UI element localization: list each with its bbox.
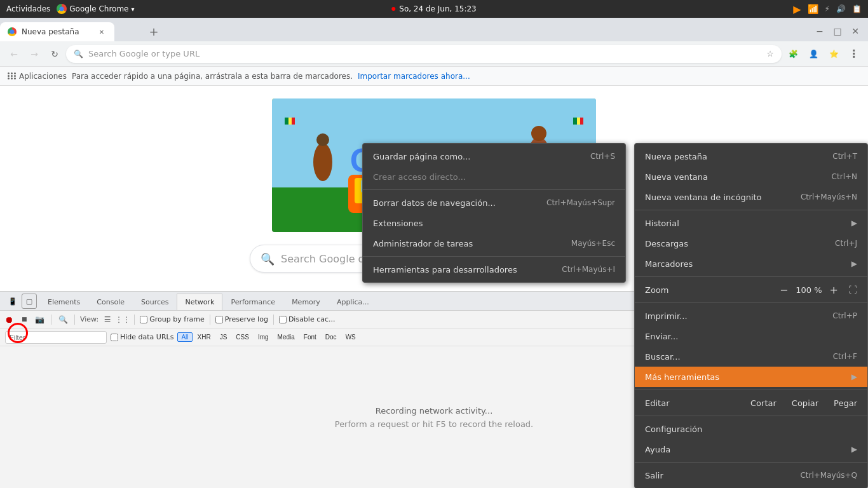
separator-3 — [134, 315, 135, 325]
menu-incognito[interactable]: Nueva ventana de incógnito Ctrl+Mayús+N — [635, 187, 867, 207]
menu-send[interactable]: Enviar... — [635, 326, 867, 346]
main-content: GOOGLE 🔍 Search Google or type URL 📱 ▢ E… — [0, 86, 868, 488]
menu-settings[interactable]: Configuración — [635, 419, 867, 439]
maximize-button[interactable]: □ — [830, 24, 845, 39]
disable-cache-label: Disable cac... — [288, 315, 336, 323]
svg-rect-23 — [577, 118, 580, 125]
filter-media-button[interactable]: Media — [274, 332, 299, 342]
hide-data-urls-checkbox[interactable]: Hide data URLs — [111, 333, 173, 341]
filter-css-button[interactable]: CSS — [232, 332, 253, 342]
menu-devtools-label: Herramientas para desarrolladores — [373, 265, 517, 274]
menu-print[interactable]: Imprimir... Ctrl+P — [635, 306, 867, 326]
menu-zoom-label: Zoom — [645, 285, 668, 295]
menu-task-manager[interactable]: Administrador de tareas Mayús+Esc — [363, 233, 625, 254]
menu-quit-label: Salir — [645, 471, 663, 480]
menu-extensions[interactable]: Extensiones — [363, 213, 625, 233]
active-tab[interactable]: Nueva pestaña ✕ — [0, 22, 114, 41]
menu-more-tools[interactable]: Más herramientas ▶ — [635, 367, 867, 387]
user-profile-button[interactable]: 👤 — [804, 45, 822, 63]
copy-button[interactable]: Copiar — [792, 398, 818, 408]
menu-history[interactable]: Historial ▶ — [635, 213, 867, 233]
filter-xhr-button[interactable]: XHR — [194, 332, 215, 342]
menu-help[interactable]: Ayuda ▶ — [635, 439, 867, 459]
menu-incognito-label: Nueva ventana de incógnito — [645, 193, 762, 202]
menu-downloads[interactable]: Descargas Ctrl+J — [635, 233, 867, 254]
tab-console[interactable]: Console — [88, 294, 133, 310]
view-waterfall-icon[interactable]: ⋮⋮ — [116, 313, 129, 326]
filter-js-button[interactable]: JS — [216, 332, 231, 342]
activities-button[interactable]: Actividades — [6, 4, 50, 13]
import-bookmarks-link[interactable]: Importar marcadores ahora... — [358, 72, 470, 81]
menu-save-page-label: Guardar página como... — [373, 152, 470, 161]
paste-button[interactable]: Pegar — [834, 398, 857, 408]
filter-input[interactable] — [5, 331, 107, 344]
menu-clear-data[interactable]: Borrar datos de navegación... Ctrl+Mayús… — [363, 193, 625, 213]
filter-all-button[interactable]: All — [177, 332, 192, 342]
menu-save-page[interactable]: Guardar página como... Ctrl+S — [363, 146, 625, 166]
menu-downloads-shortcut: Ctrl+J — [835, 239, 857, 248]
filter-doc-button[interactable]: Doc — [322, 332, 341, 342]
tab-network[interactable]: Network — [177, 294, 222, 310]
device-toggle-icon[interactable]: 📱 — [5, 294, 20, 309]
menu-quit[interactable]: Salir Ctrl+Mayús+Q — [635, 465, 867, 485]
minimize-button[interactable]: − — [812, 24, 827, 39]
menu-button[interactable]: ⋮ — [845, 45, 863, 63]
menu-print-label: Imprimir... — [645, 311, 688, 321]
hide-data-urls-input[interactable] — [111, 334, 118, 341]
group-by-frame-input[interactable] — [140, 316, 147, 323]
zoom-minus-button[interactable]: − — [777, 284, 790, 296]
menu-new-window[interactable]: Nueva ventana Ctrl+N — [635, 166, 867, 187]
menu-devtools[interactable]: Herramientas para desarrolladores Ctrl+M… — [363, 259, 625, 280]
menu-bookmarks[interactable]: Marcadores ▶ — [635, 254, 867, 274]
forward-button[interactable]: → — [25, 45, 43, 63]
record-button[interactable]: ⏺ — [3, 313, 15, 326]
menu-sep-f — [635, 462, 867, 463]
notification-icon: 📋 — [852, 4, 862, 13]
zoom-controls: − 100 % + ⛶ — [777, 284, 857, 296]
context-menu-chrome: Nueva pestaña Ctrl+T Nueva ventana Ctrl+… — [634, 143, 868, 488]
address-bar[interactable]: 🔍 Search Google or type URL ☆ — [66, 45, 782, 63]
view-list-icon[interactable]: ☰ — [101, 313, 114, 326]
apps-button[interactable]: Aplicaciones — [8, 72, 67, 81]
filter-ws-button[interactable]: WS — [342, 332, 360, 342]
tab-sources[interactable]: Sources — [133, 294, 177, 310]
tab-application[interactable]: Applica... — [329, 294, 377, 310]
zoom-fullscreen-button[interactable]: ⛶ — [848, 285, 857, 295]
menu-new-tab[interactable]: Nueva pestaña Ctrl+T — [635, 146, 867, 166]
new-tab-button[interactable]: + — [146, 24, 161, 39]
preserve-log-input[interactable] — [215, 316, 223, 323]
tab-close-button[interactable]: ✕ — [97, 27, 107, 37]
filter-icon[interactable]: 🔍 — [57, 313, 69, 326]
tab-elements[interactable]: Elements — [39, 294, 88, 310]
preserve-log-checkbox[interactable]: Preserve log — [215, 315, 268, 323]
filter-img-button[interactable]: Img — [254, 332, 273, 342]
filter-font-button[interactable]: Font — [300, 332, 320, 342]
recording-dot — [391, 7, 395, 11]
cut-button[interactable]: Cortar — [750, 398, 776, 408]
menu-clear-data-label: Borrar datos de navegación... — [373, 198, 496, 208]
extensions-button[interactable]: 🧩 — [784, 45, 802, 63]
zoom-plus-button[interactable]: + — [827, 284, 841, 296]
menu-separator-2 — [363, 256, 625, 257]
disable-cache-checkbox[interactable]: Disable cac... — [279, 315, 336, 323]
system-bar-center: So, 24 de Jun, 15:23 — [391, 4, 476, 13]
stop-button[interactable]: ⏹ — [18, 313, 31, 326]
reload-button[interactable]: ↻ — [46, 45, 64, 63]
tab-memory[interactable]: Memory — [283, 294, 329, 310]
group-by-frame-checkbox[interactable]: Group by frame — [140, 315, 205, 323]
back-button[interactable]: ← — [5, 45, 23, 63]
menu-bookmarks-label: Marcadores — [645, 259, 693, 269]
menu-settings-label: Configuración — [645, 424, 702, 434]
search-icon: 🔍 — [261, 252, 275, 266]
chrome-app-indicator[interactable]: Google Chrome ▾ — [57, 4, 134, 14]
inspect-icon[interactable]: ▢ — [22, 294, 37, 309]
nav-right-buttons: 🧩 👤 ⭐ ⋮ — [784, 45, 863, 63]
tab-performance[interactable]: Performance — [222, 294, 283, 310]
camera-button[interactable]: 📷 — [33, 313, 46, 326]
bookmarks-button[interactable]: ⭐ — [825, 45, 843, 63]
bookmark-star-icon[interactable]: ☆ — [766, 49, 774, 58]
menu-search[interactable]: Buscar... Ctrl+F — [635, 346, 867, 367]
menu-bookmarks-arrow: ▶ — [851, 259, 857, 268]
disable-cache-input[interactable] — [279, 316, 287, 323]
close-button[interactable]: ✕ — [848, 24, 863, 39]
